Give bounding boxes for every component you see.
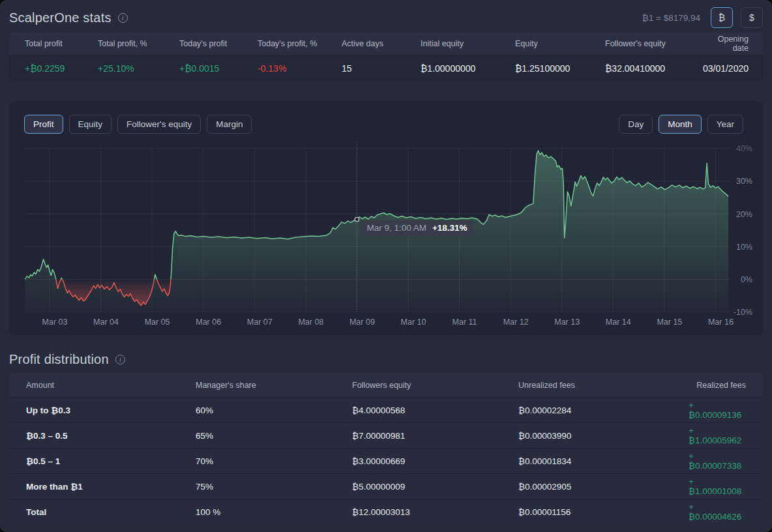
table-row: More than ₿1 75% ₿5.00000009 ₿0.00002905… [9, 473, 763, 499]
range-day[interactable]: Day [619, 115, 653, 134]
x-axis-label: Mar 15 [657, 318, 682, 327]
dist-followers-equity: ₿3.00000669 [352, 456, 518, 466]
x-axis-label: Mar 10 [401, 318, 426, 327]
currency-btc-button[interactable]: ₿ [711, 7, 733, 28]
stats-header-total-profit-pct: Total profit, % [98, 39, 179, 48]
x-axis-label: Mar 11 [453, 318, 477, 327]
tab-equity[interactable]: Equity [69, 115, 112, 134]
x-axis-label: Mar 13 [554, 318, 580, 327]
tab-profit[interactable]: Profit [24, 115, 63, 134]
range-tabs: Day Month Year [619, 115, 743, 134]
x-axis-label: Mar 07 [247, 318, 273, 327]
dist-share: 65% [196, 431, 352, 441]
y-axis-label: 0% [741, 275, 752, 284]
stats-header-equity: Equity [515, 39, 605, 48]
dist-unrealized: ₿0.00001834 [518, 456, 689, 466]
stats-header-row: Total profit Total profit, % Today's pro… [9, 33, 763, 55]
y-axis-label: 10% [736, 243, 752, 252]
dist-realized: +₿1.00001008 [689, 477, 746, 496]
x-axis-label: Mar 05 [145, 318, 170, 327]
stat-opening-date: 03/01/2020 [702, 63, 749, 74]
stat-initial-equity: ₿1.00000000 [421, 63, 515, 74]
stat-total-profit: +₿0.2259 [25, 63, 98, 74]
hover-point-marker [355, 217, 359, 221]
distribution-title: Profit distribution [9, 352, 109, 367]
top-bar: ScalperOne stats i ₿1 = $8179,94 ₿ $ [9, 5, 763, 30]
stats-header-todays-profit: Today's profit [179, 39, 258, 48]
dist-share: 70% [196, 456, 352, 466]
dist-realized: +₿0.00009136 [689, 400, 746, 420]
dist-realized: +₿0.00007338 [689, 451, 746, 471]
y-axis-label: 30% [736, 177, 752, 186]
stat-equity: ₿1.25100000 [515, 63, 605, 74]
stats-info-icon[interactable]: i [118, 13, 128, 23]
dist-unrealized: ₿0.00002905 [518, 482, 689, 492]
stats-header-total-profit: Total profit [25, 39, 98, 48]
metric-tabs: Profit Equity Follower's equity Margin [24, 115, 252, 134]
stats-summary-table: Total profit Total profit, % Today's pro… [9, 33, 763, 82]
dist-realized: +₿0.00004626 [689, 502, 746, 522]
tab-margin[interactable]: Margin [207, 115, 252, 134]
stat-active-days: 15 [342, 63, 421, 74]
dist-followers-equity: ₿5.00000009 [352, 482, 518, 492]
dist-followers-equity: ₿12.00003013 [352, 507, 518, 517]
table-row: Up to ₿0.3 60% ₿4.00000568 ₿0.00002284 +… [9, 397, 763, 422]
distribution-header-row: Amount Manager's share Followers equity … [9, 373, 763, 397]
dist-share: 60% [196, 406, 352, 415]
x-axis-label: Mar 06 [196, 318, 221, 327]
dist-header-managers-share: Manager's share [196, 381, 352, 390]
stats-header-opening-date: Opening date [702, 35, 749, 53]
table-row: ₿0.3 – 0.5 65% ₿7.00000981 ₿0.00003990 +… [9, 422, 763, 448]
distribution-table: Amount Manager's share Followers equity … [9, 373, 763, 524]
dist-header-unrealized-fees: Unrealized fees [518, 381, 689, 390]
stat-todays-profit-pct: -0.13% [258, 63, 342, 74]
chart-toolbar: Profit Equity Follower's equity Margin D… [9, 115, 763, 134]
stat-followers-equity: ₿32.00410000 [605, 63, 702, 74]
x-axis-label: Mar 04 [93, 318, 119, 327]
dist-followers-equity: ₿7.00000981 [352, 431, 518, 441]
currency-usd-button[interactable]: $ [741, 7, 763, 28]
stats-header-followers-equity: Follower's equity [605, 39, 702, 48]
x-axis-label: Mar 09 [349, 318, 375, 327]
dist-amount: More than ₿1 [26, 482, 196, 492]
profit-chart[interactable]: 40%30%20%10%0%-10%Mar 03Mar 04Mar 05Mar … [9, 137, 763, 332]
stats-header-todays-profit-pct: Today's profit, % [258, 39, 342, 48]
stat-todays-profit: +₿0.0015 [179, 63, 258, 74]
stats-header-active-days: Active days [342, 39, 421, 48]
dist-amount: Up to ₿0.3 [26, 406, 196, 415]
dist-header-amount: Amount [26, 381, 196, 390]
trader-stats-page: ScalperOne stats i ₿1 = $8179,94 ₿ $ Tot… [0, 0, 772, 532]
range-year[interactable]: Year [707, 115, 743, 134]
dist-header-followers-equity: Followers equity [352, 381, 518, 390]
x-axis-label: Mar 08 [298, 318, 323, 327]
table-row-total: Total 100 % ₿12.00003013 ₿0.00001156 +₿0… [9, 499, 763, 524]
dist-unrealized: ₿0.00003990 [518, 431, 689, 441]
tab-followers-equity[interactable]: Follower's equity [117, 115, 201, 134]
distribution-header: Profit distribution i [9, 350, 763, 368]
x-axis-label: Mar 16 [708, 318, 734, 327]
x-axis-label: Mar 14 [606, 318, 631, 327]
y-axis-label: 40% [736, 144, 752, 153]
table-row: ₿0.5 – 1 70% ₿3.00000669 ₿0.00001834 +₿0… [9, 448, 763, 473]
dist-amount: ₿0.3 – 0.5 [26, 431, 196, 441]
stat-total-profit-pct: +25.10% [98, 63, 179, 74]
dist-share: 75% [196, 482, 352, 492]
stats-value-row: +₿0.2259 +25.10% +₿0.0015 -0.13% 15 ₿1.0… [9, 55, 763, 82]
x-axis-label: Mar 12 [503, 318, 529, 327]
stats-header-initial-equity: Initial equity [421, 39, 515, 48]
dist-unrealized: ₿0.00001156 [518, 507, 689, 517]
dist-amount: ₿0.5 – 1 [26, 456, 196, 466]
distribution-info-icon[interactable]: i [115, 355, 125, 364]
dist-unrealized: ₿0.00002284 [518, 406, 689, 415]
dist-header-realized-fees: Realized fees [689, 381, 746, 390]
x-axis-label: Mar 03 [42, 318, 68, 327]
dist-share: 100 % [196, 507, 352, 517]
page-title: ScalperOne stats [9, 10, 111, 25]
chart-card: Profit Equity Follower's equity Margin D… [9, 101, 763, 334]
y-axis-label: -10% [734, 308, 752, 317]
dist-realized: +₿1.00005962 [689, 426, 746, 445]
dist-amount: Total [26, 507, 196, 517]
y-axis-label: 20% [736, 210, 752, 219]
profit-chart-svg[interactable]: 40%30%20%10%0%-10%Mar 03Mar 04Mar 05Mar … [9, 137, 763, 332]
range-month[interactable]: Month [659, 115, 702, 134]
